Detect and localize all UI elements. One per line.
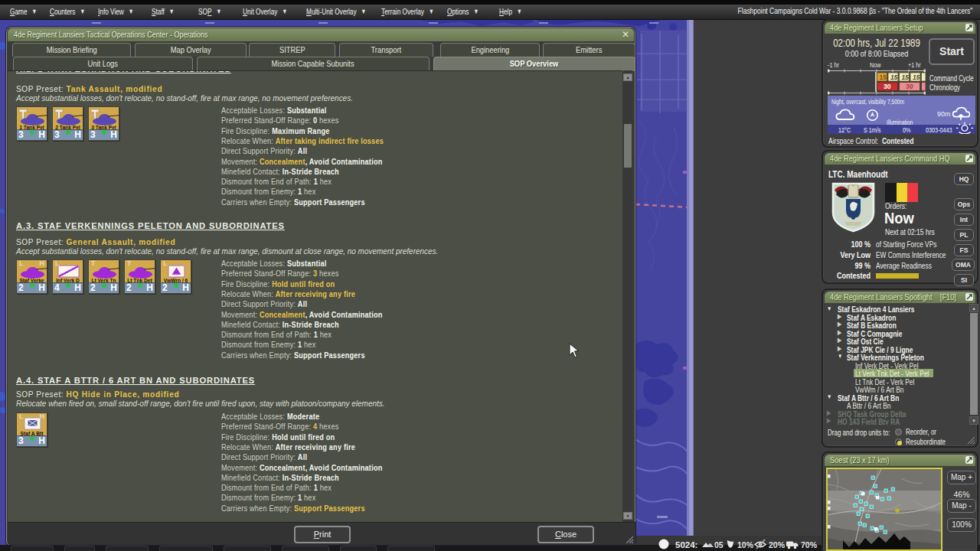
svg-text:15: 15: [902, 73, 910, 81]
svg-text:15: 15: [913, 73, 920, 81]
svg-text:15: 15: [880, 73, 887, 81]
svg-text:10%: 10%: [737, 540, 754, 549]
svg-text:70%: 70%: [801, 540, 818, 549]
svg-text:15: 15: [890, 73, 898, 81]
svg-text:5024:: 5024:: [675, 540, 697, 549]
svg-text:20%: 20%: [769, 540, 786, 549]
svg-text:05: 05: [714, 540, 724, 549]
svg-text:30: 30: [906, 83, 913, 90]
svg-text:30: 30: [884, 83, 891, 90]
